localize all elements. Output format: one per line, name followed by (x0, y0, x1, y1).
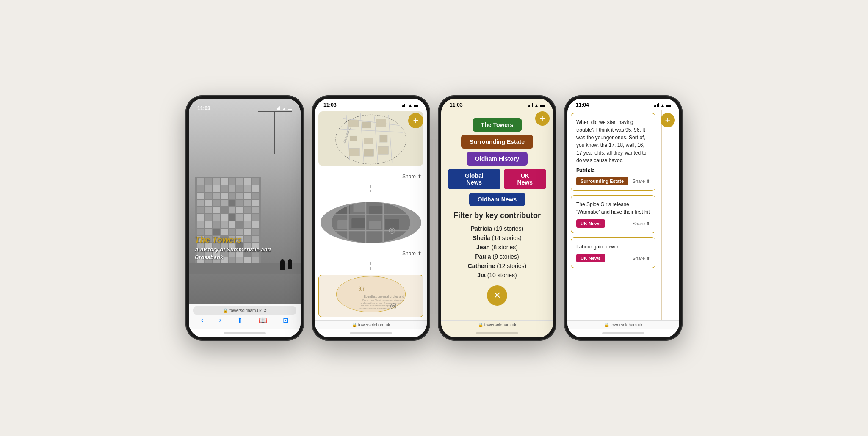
status-bar-2: 11:03 ▲ ▬ (315, 99, 427, 110)
map-card: HALFORD RD (318, 111, 423, 166)
contributor-jia[interactable]: Jia (10 stories) (448, 272, 546, 279)
svg-rect-7 (348, 120, 359, 127)
svg-rect-27 (369, 221, 381, 229)
signal-icon-4 (654, 103, 659, 107)
svg-rect-9 (376, 119, 386, 127)
tabs-btn-1[interactable]: ⊡ (283, 316, 288, 324)
contributor-jean[interactable]: Jean (8 stories) (448, 244, 546, 251)
tag-oldham-history-btn[interactable]: Oldham History (467, 152, 528, 166)
home-indicator-3 (441, 329, 553, 337)
time-2: 11:03 (323, 102, 337, 108)
url-bar-3[interactable]: 🔒 towersoldham.uk (478, 323, 517, 327)
svg-rect-14 (364, 149, 373, 157)
tag-oldham-news-btn[interactable]: Oldham News (469, 193, 525, 206)
aerial-svg (318, 197, 423, 243)
story-share-2[interactable]: Share ⬆ (633, 221, 650, 226)
phone4-content: + When did we start having trouble? I th… (567, 110, 679, 320)
tag-surrounding-btn[interactable]: Surrounding Estate (461, 135, 533, 149)
time-4: 11:04 (576, 102, 589, 108)
status-bar-1: 11:03 ▲ ▬ (189, 102, 301, 113)
back-btn-1[interactable]: ‹ (201, 316, 203, 324)
status-icons-1: ▲ ▬ (276, 106, 292, 111)
phone3-content: + The Towers Surrounding Estate Oldham H… (441, 110, 553, 320)
contributor-catherine[interactable]: Catherine (12 stories) (448, 262, 546, 269)
signal-icon-3 (528, 103, 533, 107)
bookmarks-btn-1[interactable]: 📖 (259, 316, 267, 324)
phone2-content: + (315, 110, 427, 320)
story-card-3: Labour gain power UK News Share ⬆ (571, 237, 655, 268)
story-text-1: When did we start having trouble? I thin… (576, 119, 650, 164)
close-circle-btn[interactable]: ✕ (487, 285, 507, 306)
url-bar-1[interactable]: 🔒 towersoldham.uk ↺ (193, 306, 296, 315)
share-icon-1: ⬆ (417, 174, 422, 179)
map-svg: HALFORD RD (318, 111, 423, 166)
share-row-2: Share ⬆ (318, 250, 423, 257)
time-3: 11:03 (450, 102, 463, 108)
lock-icon-2: 🔒 (352, 323, 357, 327)
hero-title: The Towers (195, 235, 301, 244)
story-card-1: When did we start having trouble? I thin… (571, 113, 655, 191)
svg-text:𝔐: 𝔐 (359, 285, 365, 292)
svg-rect-23 (369, 206, 384, 215)
url-bar-4[interactable]: 🔒 towersoldham.uk (604, 323, 643, 327)
phones-container: 11:03 ▲ ▬ (185, 95, 683, 341)
svg-rect-25 (337, 220, 348, 229)
tag-section: The Towers Surrounding Estate Oldham His… (448, 118, 546, 206)
status-icons-2: ▲ ▬ (402, 103, 418, 108)
story-tag-2[interactable]: UK News (576, 219, 605, 228)
url-bar-container-2: 🔒 towersoldham.uk (315, 320, 427, 329)
wifi-icon-3: ▲ (534, 103, 539, 108)
story-share-3[interactable]: Share ⬆ (633, 256, 650, 261)
contributor-paula[interactable]: Paula (9 stories) (448, 253, 546, 260)
status-bar-4: 11:04 ▲ ▬ (567, 99, 679, 110)
battery-icon-1: ▬ (288, 106, 292, 111)
battery-icon-4: ▬ (666, 103, 671, 108)
tag-uk-news-btn[interactable]: UK News (504, 169, 546, 189)
tag-global-news-btn[interactable]: Global News (448, 169, 500, 189)
story-text-3: Labour gain power (576, 243, 650, 251)
svg-text:Once upon Christmas comes - to: Once upon Christmas comes - to moments (362, 299, 409, 301)
story-footer-2: UK News Share ⬆ (576, 219, 650, 228)
story-card-2: The Spice Girls release 'Wannabe' and ha… (571, 195, 655, 233)
right-border-deco (661, 110, 662, 320)
url-text-1: towersoldham.uk (229, 308, 262, 313)
status-icons-3: ▲ ▬ (528, 103, 545, 108)
story-tag-3[interactable]: UK News (576, 254, 605, 262)
story-share-1[interactable]: Share ⬆ (633, 179, 650, 184)
forward-btn-1[interactable]: › (219, 316, 221, 324)
home-indicator-1 (189, 329, 301, 337)
url-text-3: towersoldham.uk (484, 323, 517, 327)
document-svg: 𝔐 Boundless universal kindred and duryid… (319, 275, 423, 317)
share-label-1[interactable]: Share (402, 174, 416, 179)
share-label-2[interactable]: Share (402, 251, 416, 257)
plus-button-4[interactable]: + (661, 113, 675, 127)
phone-1: 11:03 ▲ ▬ (185, 95, 304, 341)
contributor-list: Patricia (19 stories) Sheila (14 stories… (448, 225, 546, 279)
battery-icon-2: ▬ (414, 103, 418, 108)
lock-icon-1: 🔒 (223, 308, 228, 313)
signal-icon-1 (276, 106, 280, 110)
phone-3: 11:03 ▲ ▬ + (438, 95, 556, 341)
lock-icon-4: 🔒 (604, 323, 609, 327)
url-bar-2[interactable]: 🔒 towersoldham.uk (352, 323, 390, 327)
share-btn-1[interactable]: ⬆ (237, 316, 243, 324)
home-indicator-2 (315, 329, 427, 337)
safari-actions-1: ‹ › ⬆ 📖 ⊡ (193, 316, 296, 324)
tag-towers-btn[interactable]: The Towers (473, 118, 522, 132)
plus-button-2[interactable]: + (408, 113, 423, 128)
svg-rect-10 (350, 136, 357, 141)
share-icon-s2: ⬆ (646, 221, 650, 226)
signal-icon-2 (402, 103, 406, 107)
contributor-patricia[interactable]: Patricia (19 stories) (448, 225, 546, 232)
story-author-1: Patricia (576, 168, 650, 174)
dashed-line-2 (370, 262, 371, 270)
filter-title: Filter by key contributor (448, 211, 546, 220)
story-footer-1: Surrounding Estate Share ⬆ (576, 177, 650, 185)
share-icon-s3: ⬆ (646, 256, 650, 261)
contributor-sheila[interactable]: Sheila (14 stories) (448, 235, 546, 241)
story-tag-1[interactable]: Surrounding Estate (576, 177, 628, 185)
tag-row-news: Global News UK News (448, 169, 546, 189)
url-bar-container-4: 🔒 towersoldham.uk (567, 320, 679, 329)
plus-button-3[interactable]: + (535, 111, 550, 126)
dashed-line-1 (370, 185, 371, 193)
